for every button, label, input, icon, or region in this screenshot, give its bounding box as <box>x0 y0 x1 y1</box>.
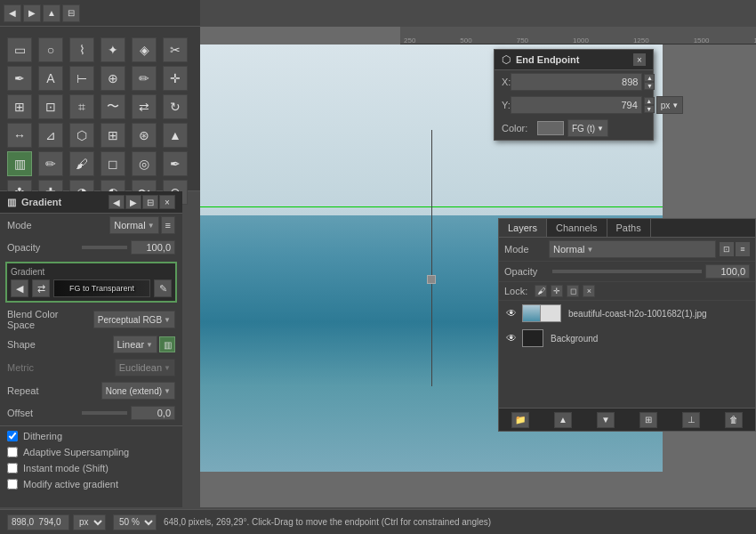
tool-align[interactable]: ⊞ <box>7 94 32 119</box>
endpoint-x-down[interactable]: ▼ <box>644 82 655 90</box>
tool-rotate[interactable]: ↻ <box>163 94 188 119</box>
offset-label: Offset <box>7 408 78 418</box>
layers-icon-btn2[interactable]: ≡ <box>736 242 750 256</box>
layers-duplicate[interactable]: ⊞ <box>639 412 657 428</box>
tool-paintbrush[interactable]: 🖌 <box>69 151 94 176</box>
tool-zoom[interactable]: ⊕ <box>101 66 125 91</box>
repeat-chevron: ▼ <box>164 387 171 395</box>
lock-position[interactable]: ✛ <box>551 285 563 297</box>
tab-layers[interactable]: Layers <box>499 219 547 237</box>
nav-forward-button[interactable]: ▶ <box>23 4 41 22</box>
dithering-checkbox[interactable] <box>7 431 18 441</box>
tool-handle[interactable]: ⊛ <box>132 123 157 148</box>
tool-unified[interactable]: ⊞ <box>101 123 125 148</box>
ruler-ticks: 2505007501000125015001750 <box>400 27 756 44</box>
layers-up[interactable]: ▲ <box>554 412 572 428</box>
tool-perspective[interactable]: ⬡ <box>69 123 94 148</box>
modify-gradient-label: Modify active gradient <box>23 479 118 490</box>
layers-panel: Layers Channels Paths Mode Normal ▼ ⊡ ≡ … <box>498 218 756 432</box>
opacity-slider[interactable] <box>82 246 127 249</box>
nav-back-button[interactable]: ◀ <box>4 4 21 22</box>
endpoint-color-swatch[interactable] <box>537 121 564 135</box>
status-coords-input[interactable] <box>7 514 69 530</box>
endpoint-x-input[interactable] <box>511 73 642 91</box>
tool-bucket[interactable]: ▲ <box>163 123 188 148</box>
endpoint-color-select[interactable]: FG (t) ▼ <box>567 119 608 137</box>
layer-1-visibility[interactable]: 👁 <box>504 306 519 320</box>
status-zoom-select[interactable]: 50 % <box>113 514 157 530</box>
endpoint-unit[interactable]: px ▼ <box>656 96 683 114</box>
endpoint-y-input[interactable] <box>511 96 642 114</box>
endpoint-close-button[interactable]: × <box>633 53 646 66</box>
nav-home-button[interactable]: ⊟ <box>62 4 80 22</box>
modify-gradient-checkbox[interactable] <box>7 479 18 490</box>
tool-eraser[interactable]: ◻ <box>101 151 125 176</box>
tool-fuzzy-select[interactable]: ✦ <box>101 37 125 62</box>
tool-blend[interactable]: ▥ <box>7 151 32 176</box>
gradient-handle[interactable] <box>427 275 436 284</box>
lock-pixels[interactable]: 🖌 <box>535 285 547 297</box>
tool-ellipse-select[interactable]: ○ <box>38 37 63 62</box>
tool-scissors[interactable]: ✂ <box>163 37 188 62</box>
tab-channels[interactable]: Channels <box>547 219 607 237</box>
tool-move[interactable]: ✛ <box>163 66 188 91</box>
lock-all[interactable]: × <box>583 285 595 297</box>
tool-measure[interactable]: ⊢ <box>69 66 94 91</box>
panel-nav-back[interactable]: ◀ <box>109 195 125 209</box>
instant-checkbox[interactable] <box>7 463 18 473</box>
adaptive-checkbox[interactable] <box>7 447 18 457</box>
tool-airbrush[interactable]: ◎ <box>132 151 157 176</box>
tool-warp[interactable]: 〜 <box>101 94 125 119</box>
opacity-value[interactable]: 100,0 <box>131 240 175 255</box>
tool-transform[interactable]: ⊡ <box>38 94 63 119</box>
tool-pencil[interactable]: ✏ <box>38 151 63 176</box>
tool-flip[interactable]: ⇄ <box>132 94 157 119</box>
tool-text[interactable]: A <box>38 66 63 91</box>
tool-cage[interactable]: ⌗ <box>69 94 94 119</box>
tool-scale[interactable]: ↔ <box>7 123 32 148</box>
panel-nav-expand[interactable]: ⊟ <box>142 195 158 209</box>
layers-anchor[interactable]: ⊥ <box>682 412 700 428</box>
layers-lock-row: Lock: 🖌 ✛ ◻ × <box>499 282 755 301</box>
layers-opacity-slider[interactable] <box>552 270 702 273</box>
tab-paths[interactable]: Paths <box>607 219 651 237</box>
tool-lasso[interactable]: ⌇ <box>69 37 94 62</box>
endpoint-x-up[interactable]: ▲ <box>644 74 655 82</box>
layers-mode-select[interactable]: Normal ▼ <box>549 240 716 258</box>
layers-new-folder[interactable]: 📁 <box>511 412 529 428</box>
mode-select[interactable]: Normal ▼ <box>109 216 158 234</box>
tool-colorpicker[interactable]: ✏ <box>132 66 157 91</box>
panel-close[interactable]: × <box>159 195 175 209</box>
shape-icon-btn[interactable]: ▥ <box>159 336 175 352</box>
layers-opacity-value[interactable]: 100,0 <box>705 264 750 279</box>
tool-paths[interactable]: ✒ <box>7 66 32 91</box>
mode-extra[interactable]: ≡ <box>161 216 175 234</box>
layers-down[interactable]: ▼ <box>597 412 615 428</box>
tool-shear[interactable]: ⊿ <box>38 123 63 148</box>
layer-item-1[interactable]: 👁 beautiful-coast-h2o-1001682(1).jpg <box>499 301 755 326</box>
panel-nav-forward[interactable]: ▶ <box>125 195 141 209</box>
layer-item-2[interactable]: 👁 Background <box>499 326 755 351</box>
layers-icon-btn1[interactable]: ⊡ <box>720 242 734 256</box>
layer-2-visibility[interactable]: 👁 <box>504 331 519 345</box>
tool-rect-select[interactable]: ▭ <box>7 37 32 62</box>
status-unit-select[interactable]: px <box>73 514 106 530</box>
gradient-preview[interactable]: FG to Transparent <box>53 279 150 297</box>
nav-up-button[interactable]: ▲ <box>43 4 60 22</box>
lock-alpha[interactable]: ◻ <box>567 285 579 297</box>
metric-select[interactable]: Euclidean ▼ <box>115 359 175 376</box>
shape-select[interactable]: Linear ▼ <box>113 336 158 353</box>
layers-delete[interactable]: 🗑 <box>725 412 743 428</box>
offset-slider[interactable] <box>82 411 127 415</box>
blend-space-select[interactable]: Perceptual RGB ▼ <box>93 311 175 328</box>
repeat-select[interactable]: None (extend) ▼ <box>101 382 175 400</box>
gradient-prev-button[interactable]: ◀ <box>11 279 28 297</box>
tool-select-color[interactable]: ◈ <box>132 37 157 62</box>
offset-value[interactable]: 0,0 <box>131 406 175 420</box>
endpoint-y-down[interactable]: ▼ <box>644 105 655 113</box>
endpoint-color-value: FG (t) <box>572 124 595 134</box>
tool-ink[interactable]: ✒ <box>163 151 188 176</box>
gradient-swap-button[interactable]: ⇄ <box>32 279 50 297</box>
endpoint-y-up[interactable]: ▲ <box>644 97 655 105</box>
gradient-edit-button[interactable]: ✎ <box>154 279 172 297</box>
